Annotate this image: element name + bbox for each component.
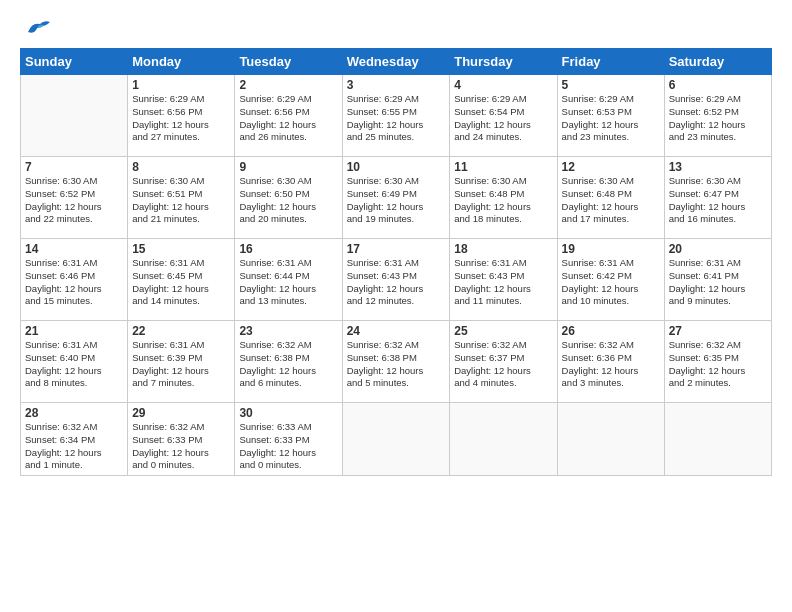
calendar-cell: 9Sunrise: 6:30 AM Sunset: 6:50 PM Daylig… [235, 157, 342, 239]
page: SundayMondayTuesdayWednesdayThursdayFrid… [0, 0, 792, 612]
day-info: Sunrise: 6:32 AM Sunset: 6:38 PM Dayligh… [347, 339, 446, 390]
day-number: 8 [132, 160, 230, 174]
day-info: Sunrise: 6:32 AM Sunset: 6:35 PM Dayligh… [669, 339, 767, 390]
day-info: Sunrise: 6:29 AM Sunset: 6:53 PM Dayligh… [562, 93, 660, 144]
day-number: 29 [132, 406, 230, 420]
day-info: Sunrise: 6:31 AM Sunset: 6:43 PM Dayligh… [347, 257, 446, 308]
day-info: Sunrise: 6:31 AM Sunset: 6:46 PM Dayligh… [25, 257, 123, 308]
day-number: 5 [562, 78, 660, 92]
calendar-cell [342, 403, 450, 476]
week-row-4: 21Sunrise: 6:31 AM Sunset: 6:40 PM Dayli… [21, 321, 772, 403]
day-number: 16 [239, 242, 337, 256]
calendar-cell: 30Sunrise: 6:33 AM Sunset: 6:33 PM Dayli… [235, 403, 342, 476]
day-info: Sunrise: 6:30 AM Sunset: 6:47 PM Dayligh… [669, 175, 767, 226]
calendar-cell: 26Sunrise: 6:32 AM Sunset: 6:36 PM Dayli… [557, 321, 664, 403]
day-info: Sunrise: 6:31 AM Sunset: 6:39 PM Dayligh… [132, 339, 230, 390]
day-number: 11 [454, 160, 552, 174]
day-number: 28 [25, 406, 123, 420]
col-header-thursday: Thursday [450, 49, 557, 75]
day-info: Sunrise: 6:30 AM Sunset: 6:48 PM Dayligh… [562, 175, 660, 226]
day-number: 17 [347, 242, 446, 256]
day-info: Sunrise: 6:32 AM Sunset: 6:36 PM Dayligh… [562, 339, 660, 390]
day-info: Sunrise: 6:31 AM Sunset: 6:44 PM Dayligh… [239, 257, 337, 308]
col-header-sunday: Sunday [21, 49, 128, 75]
col-header-monday: Monday [128, 49, 235, 75]
calendar-cell: 25Sunrise: 6:32 AM Sunset: 6:37 PM Dayli… [450, 321, 557, 403]
day-info: Sunrise: 6:32 AM Sunset: 6:37 PM Dayligh… [454, 339, 552, 390]
day-number: 2 [239, 78, 337, 92]
day-info: Sunrise: 6:31 AM Sunset: 6:40 PM Dayligh… [25, 339, 123, 390]
day-info: Sunrise: 6:29 AM Sunset: 6:52 PM Dayligh… [669, 93, 767, 144]
day-info: Sunrise: 6:32 AM Sunset: 6:38 PM Dayligh… [239, 339, 337, 390]
calendar-cell: 29Sunrise: 6:32 AM Sunset: 6:33 PM Dayli… [128, 403, 235, 476]
day-info: Sunrise: 6:29 AM Sunset: 6:56 PM Dayligh… [239, 93, 337, 144]
day-info: Sunrise: 6:30 AM Sunset: 6:48 PM Dayligh… [454, 175, 552, 226]
day-info: Sunrise: 6:30 AM Sunset: 6:52 PM Dayligh… [25, 175, 123, 226]
calendar-cell: 12Sunrise: 6:30 AM Sunset: 6:48 PM Dayli… [557, 157, 664, 239]
day-number: 3 [347, 78, 446, 92]
day-number: 24 [347, 324, 446, 338]
calendar-cell: 4Sunrise: 6:29 AM Sunset: 6:54 PM Daylig… [450, 75, 557, 157]
day-info: Sunrise: 6:29 AM Sunset: 6:55 PM Dayligh… [347, 93, 446, 144]
day-info: Sunrise: 6:30 AM Sunset: 6:50 PM Dayligh… [239, 175, 337, 226]
day-info: Sunrise: 6:31 AM Sunset: 6:41 PM Dayligh… [669, 257, 767, 308]
day-number: 12 [562, 160, 660, 174]
week-row-1: 1Sunrise: 6:29 AM Sunset: 6:56 PM Daylig… [21, 75, 772, 157]
col-header-saturday: Saturday [664, 49, 771, 75]
day-number: 21 [25, 324, 123, 338]
calendar-cell [450, 403, 557, 476]
calendar-cell: 14Sunrise: 6:31 AM Sunset: 6:46 PM Dayli… [21, 239, 128, 321]
calendar-cell: 8Sunrise: 6:30 AM Sunset: 6:51 PM Daylig… [128, 157, 235, 239]
calendar-cell: 1Sunrise: 6:29 AM Sunset: 6:56 PM Daylig… [128, 75, 235, 157]
day-number: 7 [25, 160, 123, 174]
day-number: 22 [132, 324, 230, 338]
calendar-cell: 13Sunrise: 6:30 AM Sunset: 6:47 PM Dayli… [664, 157, 771, 239]
calendar-cell: 22Sunrise: 6:31 AM Sunset: 6:39 PM Dayli… [128, 321, 235, 403]
calendar-cell: 5Sunrise: 6:29 AM Sunset: 6:53 PM Daylig… [557, 75, 664, 157]
calendar-cell: 10Sunrise: 6:30 AM Sunset: 6:49 PM Dayli… [342, 157, 450, 239]
day-number: 30 [239, 406, 337, 420]
day-info: Sunrise: 6:31 AM Sunset: 6:45 PM Dayligh… [132, 257, 230, 308]
logo [20, 18, 54, 38]
day-info: Sunrise: 6:29 AM Sunset: 6:56 PM Dayligh… [132, 93, 230, 144]
day-info: Sunrise: 6:32 AM Sunset: 6:33 PM Dayligh… [132, 421, 230, 472]
calendar-cell: 27Sunrise: 6:32 AM Sunset: 6:35 PM Dayli… [664, 321, 771, 403]
calendar-cell: 2Sunrise: 6:29 AM Sunset: 6:56 PM Daylig… [235, 75, 342, 157]
week-row-5: 28Sunrise: 6:32 AM Sunset: 6:34 PM Dayli… [21, 403, 772, 476]
calendar-cell: 28Sunrise: 6:32 AM Sunset: 6:34 PM Dayli… [21, 403, 128, 476]
week-row-2: 7Sunrise: 6:30 AM Sunset: 6:52 PM Daylig… [21, 157, 772, 239]
calendar-cell: 20Sunrise: 6:31 AM Sunset: 6:41 PM Dayli… [664, 239, 771, 321]
calendar-cell: 11Sunrise: 6:30 AM Sunset: 6:48 PM Dayli… [450, 157, 557, 239]
day-number: 20 [669, 242, 767, 256]
week-row-3: 14Sunrise: 6:31 AM Sunset: 6:46 PM Dayli… [21, 239, 772, 321]
day-number: 9 [239, 160, 337, 174]
day-number: 19 [562, 242, 660, 256]
calendar-cell: 21Sunrise: 6:31 AM Sunset: 6:40 PM Dayli… [21, 321, 128, 403]
day-number: 26 [562, 324, 660, 338]
calendar-cell: 18Sunrise: 6:31 AM Sunset: 6:43 PM Dayli… [450, 239, 557, 321]
day-info: Sunrise: 6:30 AM Sunset: 6:51 PM Dayligh… [132, 175, 230, 226]
day-number: 27 [669, 324, 767, 338]
calendar-cell: 3Sunrise: 6:29 AM Sunset: 6:55 PM Daylig… [342, 75, 450, 157]
calendar-cell: 7Sunrise: 6:30 AM Sunset: 6:52 PM Daylig… [21, 157, 128, 239]
col-header-friday: Friday [557, 49, 664, 75]
header-row: SundayMondayTuesdayWednesdayThursdayFrid… [21, 49, 772, 75]
day-info: Sunrise: 6:33 AM Sunset: 6:33 PM Dayligh… [239, 421, 337, 472]
day-info: Sunrise: 6:29 AM Sunset: 6:54 PM Dayligh… [454, 93, 552, 144]
col-header-tuesday: Tuesday [235, 49, 342, 75]
col-header-wednesday: Wednesday [342, 49, 450, 75]
day-info: Sunrise: 6:31 AM Sunset: 6:43 PM Dayligh… [454, 257, 552, 308]
calendar-cell: 16Sunrise: 6:31 AM Sunset: 6:44 PM Dayli… [235, 239, 342, 321]
day-info: Sunrise: 6:32 AM Sunset: 6:34 PM Dayligh… [25, 421, 123, 472]
calendar-cell [557, 403, 664, 476]
calendar-cell [664, 403, 771, 476]
calendar-cell: 6Sunrise: 6:29 AM Sunset: 6:52 PM Daylig… [664, 75, 771, 157]
calendar-cell: 15Sunrise: 6:31 AM Sunset: 6:45 PM Dayli… [128, 239, 235, 321]
day-number: 6 [669, 78, 767, 92]
day-number: 10 [347, 160, 446, 174]
day-number: 14 [25, 242, 123, 256]
day-number: 1 [132, 78, 230, 92]
day-number: 18 [454, 242, 552, 256]
day-number: 15 [132, 242, 230, 256]
day-number: 23 [239, 324, 337, 338]
